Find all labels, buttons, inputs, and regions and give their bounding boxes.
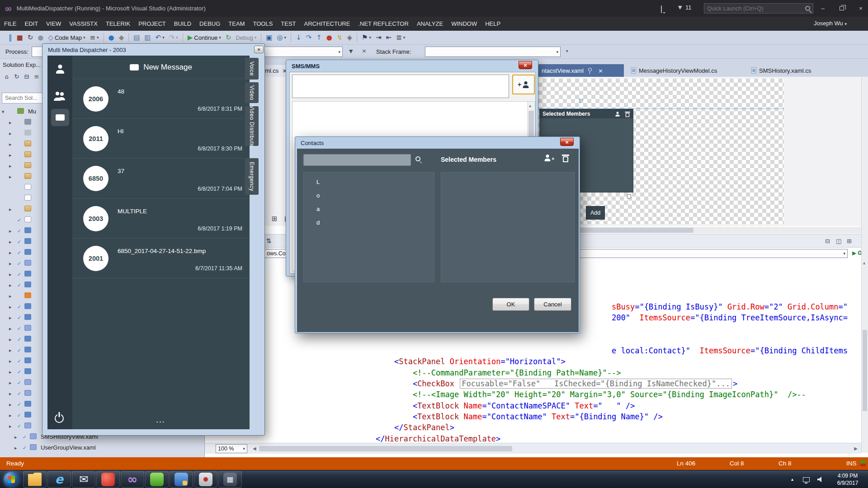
search-icon[interactable] bbox=[415, 156, 420, 161]
expand-arrow-icon[interactable]: ▸ bbox=[9, 226, 15, 237]
restart-icon[interactable]: ↻ bbox=[25, 32, 36, 43]
menu-item[interactable]: DEBUG bbox=[195, 17, 224, 31]
expand-arrow-icon[interactable]: ▸ bbox=[9, 378, 15, 389]
expand-arrow-icon[interactable]: ▸ bbox=[9, 389, 15, 399]
stack-frame-combobox[interactable]: ▾ bbox=[425, 47, 561, 57]
taskbar-mail-icon[interactable]: ✉ bbox=[72, 471, 95, 488]
vertical-scroll-thumb[interactable] bbox=[863, 330, 867, 411]
split-vertical-icon[interactable]: ◫ bbox=[836, 238, 841, 244]
feedback-icon[interactable] bbox=[661, 6, 662, 13]
contact-list-item[interactable]: o bbox=[304, 189, 434, 202]
refresh-icon[interactable]: ↻ bbox=[12, 73, 22, 80]
separator[interactable] bbox=[291, 33, 291, 42]
taskbar-app-green-icon[interactable] bbox=[145, 471, 169, 488]
restore-button[interactable] bbox=[835, 4, 848, 13]
tray-volume-icon[interactable] bbox=[817, 476, 824, 484]
step-into-icon[interactable]: ↓ bbox=[293, 32, 304, 43]
resize-handle[interactable] bbox=[627, 194, 631, 198]
task-list-icon[interactable]: ≣ ▾ bbox=[394, 32, 407, 43]
menu-item[interactable]: ANALYZE bbox=[413, 17, 447, 31]
dispatcher-side-tab[interactable]: Video bbox=[245, 82, 259, 103]
taskbar-app-blue-icon[interactable] bbox=[170, 471, 193, 488]
expand-arrow-icon[interactable]: ▸ bbox=[9, 399, 15, 410]
message-row[interactable]: 2006 48 6/8/2017 8:31 PM bbox=[72, 79, 250, 119]
expand-arrow-icon[interactable]: ▸ bbox=[9, 367, 15, 378]
message-row[interactable]: 2003 MULTIPLE 6/8/2017 1:19 PM bbox=[72, 199, 250, 239]
expand-arrow-icon[interactable]: ▸ bbox=[9, 128, 15, 139]
tab-smshistory[interactable]: SMSHistory.xaml.cs bbox=[747, 64, 824, 77]
ball-icon[interactable]: ● bbox=[106, 32, 117, 43]
save-all-icon[interactable]: ▥ bbox=[142, 32, 153, 43]
collapse-all-icon[interactable]: ⊟ bbox=[22, 73, 32, 80]
grid-toggle-icon[interactable]: ⊞ bbox=[269, 215, 279, 223]
hex-icon[interactable]: ◈ bbox=[345, 32, 355, 43]
quick-launch-box[interactable] bbox=[704, 3, 813, 14]
taskbar-explorer-icon[interactable] bbox=[23, 471, 47, 488]
close-button[interactable]: × bbox=[519, 61, 532, 69]
separator[interactable] bbox=[128, 33, 129, 42]
tray-network-icon[interactable] bbox=[803, 477, 810, 483]
menu-item[interactable]: VIEW bbox=[42, 17, 65, 31]
menu-item[interactable]: WINDOW bbox=[447, 17, 481, 31]
bookmark-next-icon[interactable]: ⇥ bbox=[373, 32, 384, 43]
notifications-icon[interactable]: ▼ bbox=[678, 5, 682, 10]
code-map-button[interactable]: ◇ Code Map ▾ bbox=[46, 32, 87, 43]
contact-list-item[interactable]: d bbox=[304, 216, 434, 230]
swap-panes-icon[interactable]: ⇅ bbox=[266, 237, 272, 244]
bookmark-icon[interactable]: ⚑ ▾ bbox=[359, 32, 373, 43]
dispatcher-side-tab[interactable]: Video Distribute bbox=[245, 106, 259, 146]
thread-filter-icon[interactable]: ▼ bbox=[349, 48, 353, 54]
dot-icon[interactable]: ● bbox=[35, 32, 46, 43]
profile-icon[interactable] bbox=[55, 65, 65, 75]
expand-arrow-icon[interactable]: ▸ bbox=[9, 204, 15, 215]
save-icon[interactable]: ▤ bbox=[131, 32, 142, 43]
scroll-right-icon[interactable]: ▶ bbox=[854, 446, 858, 451]
expand-arrow-icon[interactable]: ▸ bbox=[14, 432, 21, 443]
menu-item[interactable]: TOOLS bbox=[249, 17, 277, 31]
expand-arrow-icon[interactable]: ▸ bbox=[9, 172, 15, 183]
sms-message-input[interactable] bbox=[292, 75, 509, 98]
separator[interactable] bbox=[261, 33, 261, 42]
pause-icon[interactable]: ‖ bbox=[6, 32, 14, 43]
debug-dropdown[interactable]: Debug ▾ bbox=[233, 32, 259, 43]
expand-arrow-icon[interactable]: ▸ bbox=[9, 334, 15, 345]
taskbar-ie-icon[interactable]: e bbox=[47, 471, 71, 488]
breakpoint-icon[interactable]: ● bbox=[324, 32, 335, 43]
message-row[interactable]: 2011 HI 6/8/2017 8:30 PM bbox=[72, 119, 250, 159]
hot-reload-icon[interactable]: ↻ bbox=[223, 32, 234, 43]
expand-arrow-icon[interactable]: ▸ bbox=[9, 139, 15, 150]
tab-contactsview[interactable]: ntacstView.xaml × bbox=[524, 64, 624, 77]
expand-arrow-icon[interactable]: ▾ bbox=[2, 107, 8, 117]
clear-filter-icon[interactable]: × bbox=[362, 47, 367, 54]
menu-item[interactable]: .NET REFLECTOR bbox=[354, 17, 412, 31]
user-menu[interactable]: Joseph Wu ▾ bbox=[814, 20, 847, 27]
contacts-list[interactable]: Load bbox=[303, 172, 434, 282]
contacts-titlebar[interactable]: Contacts × bbox=[295, 137, 580, 149]
menu-item[interactable]: TELERIK bbox=[102, 17, 134, 31]
close-button[interactable]: × bbox=[854, 4, 867, 13]
menu-item[interactable]: HELP bbox=[481, 17, 505, 31]
expand-pane-icon[interactable]: ⊞ bbox=[847, 238, 852, 244]
message-row[interactable]: 2001 6850_2017-04-27-14-51-22.bmp 6/7/20… bbox=[72, 239, 250, 278]
menu-item[interactable]: ARCHITECTURE bbox=[300, 17, 354, 31]
dispatcher-side-tab[interactable]: Voice bbox=[245, 58, 259, 80]
expand-arrow-icon[interactable]: ▸ bbox=[9, 421, 15, 432]
zoom-dropdown[interactable]: 100 %▾ bbox=[216, 444, 247, 453]
messages-tab-icon[interactable] bbox=[51, 109, 69, 126]
expand-arrow-icon[interactable]: ▸ bbox=[9, 161, 15, 172]
expand-arrow-icon[interactable]: ▸ bbox=[9, 269, 15, 280]
start-button[interactable] bbox=[4, 472, 19, 487]
pin-icon[interactable] bbox=[588, 68, 592, 71]
close-icon[interactable]: × bbox=[598, 67, 603, 74]
lightning-icon[interactable]: ↯ bbox=[335, 32, 345, 43]
groups-icon[interactable] bbox=[54, 92, 66, 102]
expand-arrow-icon[interactable]: ▸ bbox=[9, 324, 15, 334]
find-icon[interactable]: ◎ ▾ bbox=[275, 32, 289, 43]
quick-launch-input[interactable] bbox=[707, 5, 802, 12]
step-over-icon[interactable]: ↷ bbox=[304, 32, 314, 43]
vs-titlebar[interactable]: ∞ MultiMediaDispatcher (Running) - Micro… bbox=[0, 0, 868, 17]
expand-arrow-icon[interactable]: ▸ bbox=[14, 443, 21, 454]
contacts-search-input[interactable] bbox=[303, 154, 411, 166]
expand-arrow-icon[interactable]: ▸ bbox=[9, 150, 15, 161]
ok-button[interactable]: OK bbox=[492, 298, 529, 311]
